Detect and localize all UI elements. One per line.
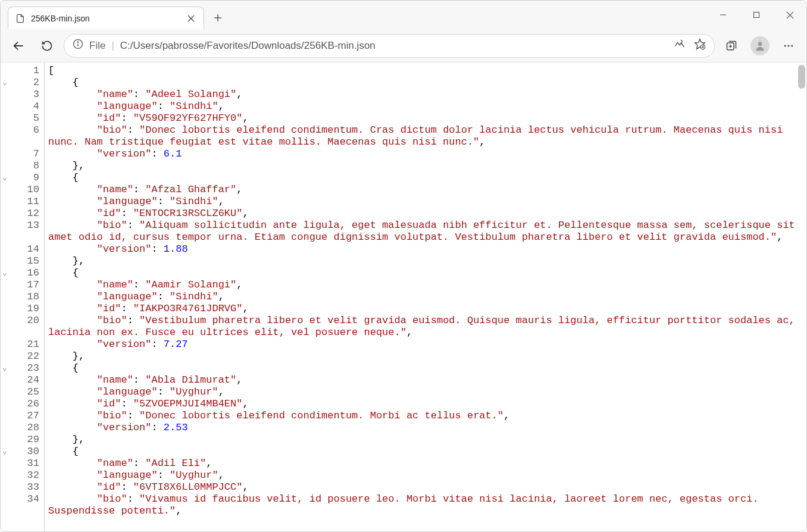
fold-gutter[interactable]: ⌄⌄⌄⌄⌄ xyxy=(1,62,9,531)
line-number: 27 xyxy=(9,410,39,422)
code-line: "version": 1.88 xyxy=(48,243,806,255)
line-number: 2 xyxy=(9,77,39,89)
svg-point-22 xyxy=(791,45,793,46)
fold-toggle[interactable] xyxy=(1,493,9,517)
line-number: 16 xyxy=(9,267,39,279)
code-line: "language": "Uyghur", xyxy=(48,386,806,398)
fold-toggle[interactable]: ⌄ xyxy=(1,362,9,374)
code-content[interactable]: [ { "name": "Adeel Solangi", "language":… xyxy=(45,62,806,531)
line-number: 23 xyxy=(9,362,39,374)
line-number: 20 xyxy=(9,315,39,339)
code-line: "version": 2.53 xyxy=(48,422,806,434)
line-number: 29 xyxy=(9,434,39,446)
fold-toggle[interactable] xyxy=(1,89,9,101)
maximize-button[interactable] xyxy=(740,3,773,27)
fold-toggle[interactable] xyxy=(1,291,9,303)
fold-toggle[interactable] xyxy=(1,470,9,481)
fold-toggle[interactable] xyxy=(1,208,9,220)
fold-toggle[interactable] xyxy=(1,422,9,434)
fold-toggle[interactable] xyxy=(1,65,9,77)
file-icon xyxy=(15,14,25,23)
info-icon[interactable] xyxy=(73,39,83,52)
code-line: "id": "V59OF92YF627HFY0", xyxy=(48,112,806,124)
code-line: }, xyxy=(48,255,806,267)
collections-icon[interactable] xyxy=(720,34,743,58)
fold-toggle[interactable] xyxy=(1,339,9,351)
fold-toggle[interactable] xyxy=(1,255,9,267)
fold-toggle[interactable] xyxy=(1,374,9,386)
code-line: "name": "Abla Dilmurat", xyxy=(48,374,806,386)
refresh-button[interactable] xyxy=(35,34,59,58)
fold-toggle[interactable]: ⌄ xyxy=(1,77,9,89)
code-line: [ xyxy=(48,65,806,77)
code-line: "id": "6VTI8X6LL0MMPJCC", xyxy=(48,481,806,493)
url-divider: | xyxy=(111,40,114,52)
fold-toggle[interactable]: ⌄ xyxy=(1,172,9,184)
code-line: "bio": "Donec lobortis eleifend condimen… xyxy=(48,410,806,422)
fold-toggle[interactable] xyxy=(1,196,9,208)
fold-toggle[interactable] xyxy=(1,434,9,446)
fold-toggle[interactable] xyxy=(1,101,9,112)
fold-toggle[interactable] xyxy=(1,410,9,422)
line-number: 3 xyxy=(9,89,39,101)
fold-toggle[interactable]: ⌄ xyxy=(1,267,9,279)
fold-toggle[interactable] xyxy=(1,184,9,196)
read-aloud-icon[interactable] xyxy=(674,38,686,53)
favorite-icon[interactable] xyxy=(694,38,706,53)
svg-point-21 xyxy=(788,45,790,46)
fold-toggle[interactable] xyxy=(1,303,9,315)
line-number: 21 xyxy=(9,339,39,351)
tab-title: 256KB-min.json xyxy=(31,14,180,23)
profile-avatar[interactable] xyxy=(748,34,772,58)
fold-toggle[interactable] xyxy=(1,458,9,470)
code-line: "bio": "Vestibulum pharetra libero et ve… xyxy=(48,315,806,339)
toolbar: File | C:/Users/pabrosse/Favorites/Downl… xyxy=(1,29,806,62)
line-number: 15 xyxy=(9,255,39,267)
fold-toggle[interactable] xyxy=(1,220,9,243)
fold-toggle[interactable] xyxy=(1,160,9,172)
line-number: 7 xyxy=(9,148,39,160)
fold-toggle[interactable] xyxy=(1,386,9,398)
line-number: 5 xyxy=(9,112,39,124)
close-window-button[interactable] xyxy=(773,3,806,27)
fold-toggle[interactable] xyxy=(1,279,9,291)
fold-toggle[interactable] xyxy=(1,351,9,362)
line-number: 12 xyxy=(9,208,39,220)
new-tab-button[interactable] xyxy=(208,8,228,28)
code-line: "bio": "Vivamus id faucibus velit, id po… xyxy=(48,493,806,517)
fold-toggle[interactable] xyxy=(1,481,9,493)
code-line: { xyxy=(48,77,806,89)
fold-toggle[interactable] xyxy=(1,315,9,339)
fold-toggle[interactable] xyxy=(1,112,9,124)
fold-toggle[interactable] xyxy=(1,243,9,255)
line-number: 4 xyxy=(9,101,39,112)
line-number: 8 xyxy=(9,160,39,172)
minimize-button[interactable] xyxy=(706,3,740,27)
browser-tab[interactable]: 256KB-min.json xyxy=(8,7,204,29)
address-bar[interactable]: File | C:/Users/pabrosse/Favorites/Downl… xyxy=(64,34,715,58)
line-number: 32 xyxy=(9,470,39,481)
code-line: "language": "Sindhi", xyxy=(48,101,806,112)
line-number: 33 xyxy=(9,481,39,493)
code-line: "bio": "Aliquam sollicitudin ante ligula… xyxy=(48,220,806,243)
url-text: C:/Users/pabrosse/Favorites/Downloads/25… xyxy=(120,40,668,52)
code-line: "version": 6.1 xyxy=(48,148,806,160)
code-line: "version": 7.27 xyxy=(48,339,806,351)
line-number: 6 xyxy=(9,124,39,148)
line-number: 34 xyxy=(9,493,39,517)
fold-toggle[interactable]: ⌄ xyxy=(1,446,9,458)
fold-toggle[interactable] xyxy=(1,124,9,148)
fold-toggle[interactable] xyxy=(1,398,9,410)
code-line: }, xyxy=(48,434,806,446)
vertical-scrollbar-thumb[interactable] xyxy=(798,65,805,89)
svg-rect-5 xyxy=(754,12,759,18)
code-line: }, xyxy=(48,351,806,362)
code-line: { xyxy=(48,172,806,184)
tab-close-button[interactable] xyxy=(186,13,196,24)
line-number: 18 xyxy=(9,291,39,303)
line-number: 25 xyxy=(9,386,39,398)
code-line: "id": "IAKPO3R4761JDRVG", xyxy=(48,303,806,315)
fold-toggle[interactable] xyxy=(1,148,9,160)
back-button[interactable] xyxy=(7,34,30,58)
more-menu-button[interactable] xyxy=(777,34,800,58)
